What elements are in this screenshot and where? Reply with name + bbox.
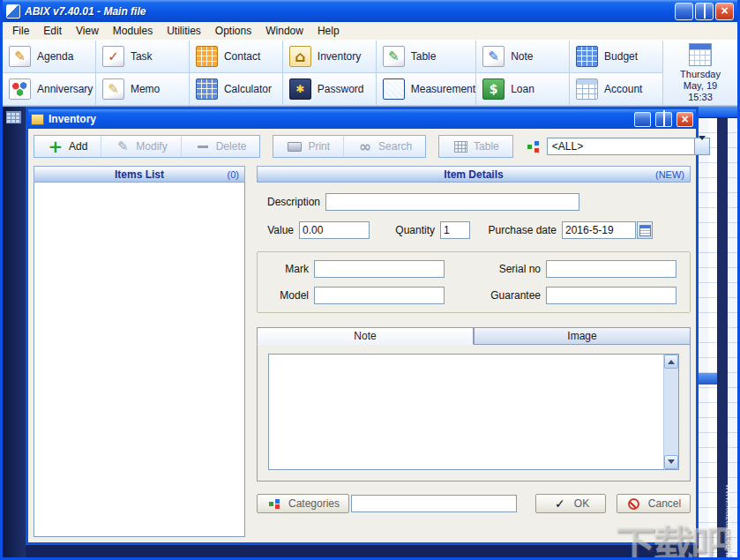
agenda-icon [9, 46, 31, 67]
cancel-button[interactable]: Cancel [617, 494, 691, 513]
background-window-titlebar [699, 107, 737, 118]
guarantee-field[interactable] [546, 287, 676, 304]
categories-field[interactable] [351, 495, 517, 512]
note-image-tabs: Note Image [257, 327, 691, 345]
inventory-window-title: Inventory [49, 113, 630, 125]
module-anniversary[interactable]: Anniversary [3, 73, 96, 106]
module-loan[interactable]: Loan [476, 73, 570, 106]
ok-button[interactable]: OK [535, 494, 606, 513]
scroll-up-button[interactable] [664, 355, 678, 369]
mark-field[interactable] [314, 260, 445, 278]
value-field[interactable] [299, 221, 370, 239]
search-icon [357, 138, 373, 154]
tab-note[interactable]: Note [257, 327, 474, 345]
quantity-field[interactable] [440, 221, 470, 239]
inventory-maximize-button[interactable] [655, 112, 672, 127]
description-label: Description [257, 196, 320, 208]
category-tree-icon [526, 138, 542, 154]
description-field[interactable] [325, 193, 579, 211]
chevron-down-icon [699, 140, 706, 153]
delete-button[interactable]: Delete [182, 136, 260, 157]
menu-options[interactable]: Options [208, 22, 258, 40]
module-task[interactable]: Task [96, 41, 190, 73]
budget-icon [576, 46, 598, 67]
module-measurement[interactable]: Measurement [377, 73, 476, 106]
quantity-label: Quantity [389, 224, 435, 236]
tab-image[interactable]: Image [474, 327, 691, 345]
menu-help[interactable]: Help [310, 22, 347, 40]
cancel-icon [626, 496, 642, 511]
item-details-header: Item Details (NEW) [257, 166, 691, 183]
model-field[interactable] [314, 287, 445, 304]
close-icon [721, 4, 728, 18]
calendar-icon [689, 43, 712, 66]
maximize-icon [663, 113, 665, 125]
module-contact[interactable]: Contact [190, 41, 283, 73]
category-filter-value: <ALL> [548, 138, 694, 154]
loan-icon [482, 78, 505, 100]
category-filter: <ALL> [526, 138, 710, 155]
menu-bar: File Edit View Modules Utilities Options… [3, 22, 737, 41]
module-account[interactable]: Account [570, 73, 663, 106]
mdi-left-strip [3, 107, 26, 560]
items-listbox[interactable] [34, 183, 245, 537]
items-list-header: Items List (0) [34, 166, 245, 183]
module-password[interactable]: Password [283, 73, 377, 106]
item-details-title: Item Details [444, 168, 503, 181]
menu-file[interactable]: File [5, 22, 36, 40]
note-textarea[interactable] [269, 355, 663, 469]
print-button[interactable]: Print [273, 136, 344, 157]
menu-window[interactable]: Window [258, 22, 310, 40]
purchase-date-field[interactable] [562, 221, 636, 239]
minimize-button[interactable] [675, 3, 693, 20]
modify-button[interactable]: Modify [101, 136, 181, 157]
categories-button[interactable]: Categories [257, 494, 349, 513]
note-icon [482, 46, 505, 67]
note-scrollbar[interactable] [663, 355, 678, 469]
search-button[interactable]: Search [344, 136, 425, 157]
clock-date: May, 19 [684, 80, 717, 91]
table-view-button[interactable]: Table [439, 136, 512, 157]
clock-time: 15:33 [688, 92, 713, 102]
abix-main-window: ABIX v7.40.01 - Main file File Edit View… [0, 0, 740, 560]
menu-view[interactable]: View [69, 22, 106, 40]
inventory-window: Inventory Add Modify Delete Print Search [26, 107, 699, 545]
password-icon [289, 78, 311, 100]
clock-day: Thursday [680, 69, 721, 79]
print-icon [287, 138, 303, 154]
module-memo[interactable]: Memo [96, 73, 190, 106]
module-toolbar: Thursday May, 19 15:33 Agenda Task Conta… [3, 41, 737, 107]
add-button[interactable]: Add [34, 136, 101, 157]
background-window-fragment [699, 107, 737, 560]
date-picker-button[interactable] [637, 221, 653, 239]
inventory-titlebar: Inventory [28, 109, 696, 129]
mark-label: Mark [263, 263, 309, 275]
module-inventory[interactable]: Inventory [283, 41, 377, 73]
module-budget[interactable]: Budget [570, 41, 663, 73]
menu-modules[interactable]: Modules [106, 22, 160, 40]
inventory-close-button[interactable] [676, 112, 693, 127]
module-table[interactable]: Table [377, 41, 476, 73]
close-icon [681, 113, 688, 126]
table-view-icon [452, 138, 468, 154]
module-calculator[interactable]: Calculator [190, 73, 283, 106]
clock-panel: Thursday May, 19 15:33 [663, 41, 737, 106]
menu-edit[interactable]: Edit [36, 22, 69, 40]
close-button[interactable] [715, 3, 734, 20]
app-logo-icon [6, 4, 20, 19]
note-tab-pane [257, 345, 691, 482]
table-icon [383, 46, 405, 67]
task-icon [102, 46, 124, 67]
scroll-down-button[interactable] [664, 455, 678, 469]
maximize-button[interactable] [695, 3, 714, 20]
inventory-body: Add Modify Delete Print Search Table [28, 129, 696, 542]
combobox-dropdown-button[interactable] [694, 138, 709, 154]
module-note[interactable]: Note [476, 41, 570, 73]
serial-no-field[interactable] [546, 260, 676, 278]
module-agenda[interactable]: Agenda [3, 41, 96, 73]
inventory-window-icon [31, 114, 44, 125]
category-filter-combobox[interactable]: <ALL> [547, 138, 710, 155]
inventory-minimize-button[interactable] [634, 112, 651, 127]
menu-utilities[interactable]: Utilities [160, 22, 208, 40]
main-titlebar: ABIX v7.40.01 - Main file [3, 0, 737, 22]
